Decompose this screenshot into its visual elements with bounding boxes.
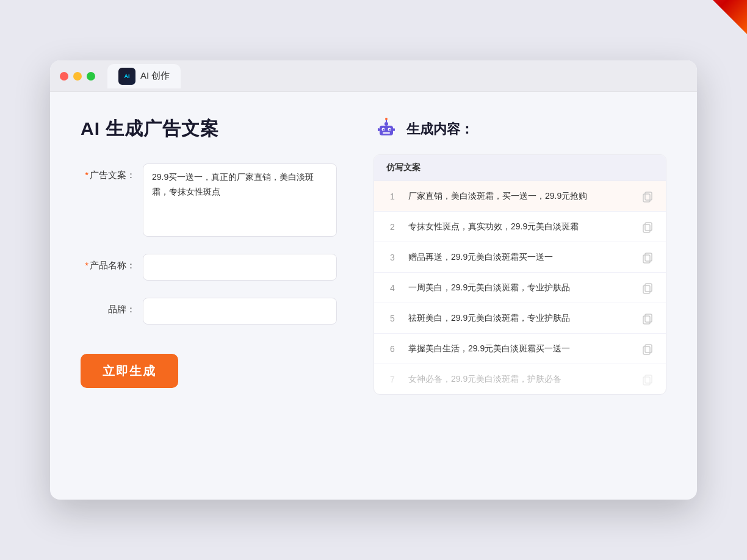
product-name-group: *产品名称： 美白淡斑霜 bbox=[81, 254, 337, 281]
generate-button[interactable]: 立即生成 bbox=[81, 354, 178, 388]
row-text: 专抹女性斑点，真实功效，29.9元美白淡斑霜 bbox=[408, 220, 632, 233]
result-title: 生成内容： bbox=[406, 120, 474, 138]
brand-input[interactable]: 好白 bbox=[143, 298, 337, 325]
table-row: 2 专抹女性斑点，真实功效，29.9元美白淡斑霜 bbox=[374, 212, 666, 242]
row-number: 6 bbox=[386, 344, 399, 354]
product-name-required: * bbox=[85, 260, 88, 270]
svg-rect-24 bbox=[645, 375, 652, 383]
row-text: 女神必备，29.9元美白淡斑霜，护肤必备 bbox=[408, 373, 632, 386]
row-number: 7 bbox=[386, 375, 399, 384]
row-text: 掌握美白生活，29.9元美白淡斑霜买一送一 bbox=[408, 342, 632, 355]
copy-icon[interactable] bbox=[641, 251, 654, 264]
right-panel: 生成内容： 仿写文案 1 厂家直销，美白淡斑霜，买一送一，29.9元抢购 2 专… bbox=[374, 117, 666, 395]
ad-copy-required: * bbox=[85, 170, 88, 180]
svg-rect-22 bbox=[645, 345, 652, 353]
row-text: 一周美白，29.9元美白淡斑霜，专业护肤品 bbox=[408, 281, 632, 294]
row-text: 厂家直销，美白淡斑霜，买一送一，29.9元抢购 bbox=[408, 190, 632, 203]
svg-point-0 bbox=[384, 122, 388, 126]
svg-rect-12 bbox=[645, 192, 652, 200]
svg-rect-19 bbox=[643, 316, 650, 324]
copy-icon[interactable] bbox=[641, 343, 654, 355]
svg-rect-18 bbox=[645, 284, 652, 292]
tab-title: AI 创作 bbox=[140, 70, 170, 82]
table-row: 4 一周美白，29.9元美白淡斑霜，专业护肤品 bbox=[374, 273, 666, 303]
result-table: 仿写文案 1 厂家直销，美白淡斑霜，买一送一，29.9元抢购 2 专抹女性斑点，… bbox=[374, 154, 666, 395]
copy-icon[interactable] bbox=[641, 221, 654, 233]
row-number: 5 bbox=[386, 314, 399, 323]
product-name-label: *产品名称： bbox=[81, 254, 135, 271]
row-number: 2 bbox=[386, 222, 399, 232]
svg-rect-16 bbox=[645, 253, 652, 261]
svg-rect-21 bbox=[643, 346, 650, 354]
table-row: 6 掌握美白生活，29.9元美白淡斑霜买一送一 bbox=[374, 334, 666, 364]
copy-icon[interactable] bbox=[641, 282, 654, 294]
brand-label: 品牌： bbox=[81, 298, 135, 315]
row-number: 1 bbox=[386, 192, 399, 201]
svg-rect-17 bbox=[643, 285, 650, 293]
table-row: 1 厂家直销，美白淡斑霜，买一送一，29.9元抢购 bbox=[374, 181, 666, 212]
svg-point-8 bbox=[385, 118, 388, 120]
svg-rect-20 bbox=[645, 314, 652, 322]
row-number: 3 bbox=[386, 253, 399, 262]
table-row: 7 女神必备，29.9元美白淡斑霜，护肤必备 bbox=[374, 364, 666, 394]
svg-rect-15 bbox=[643, 255, 650, 263]
svg-rect-14 bbox=[645, 223, 652, 231]
maximize-button[interactable] bbox=[87, 72, 95, 81]
svg-rect-11 bbox=[643, 194, 650, 202]
copy-icon[interactable] bbox=[641, 190, 654, 203]
browser-window: AI 创作 AI 生成广告文案 *广告文案： 29.9买一送一，真正的厂家直销，… bbox=[50, 60, 697, 500]
title-bar: AI 创作 bbox=[50, 60, 697, 92]
minimize-button[interactable] bbox=[73, 72, 82, 81]
close-button[interactable] bbox=[60, 72, 68, 81]
table-row: 5 祛斑美白，29.9元美白淡斑霜，专业护肤品 bbox=[374, 303, 666, 334]
svg-point-4 bbox=[383, 129, 384, 130]
svg-rect-13 bbox=[643, 224, 650, 232]
svg-rect-6 bbox=[383, 132, 390, 134]
row-number: 4 bbox=[386, 283, 399, 293]
ai-tab-icon bbox=[118, 68, 135, 85]
row-text: 赠品再送，29.9元美白淡斑霜买一送一 bbox=[408, 251, 632, 264]
svg-rect-9 bbox=[378, 128, 380, 131]
traffic-lights bbox=[60, 72, 95, 81]
row-text: 祛斑美白，29.9元美白淡斑霜，专业护肤品 bbox=[408, 312, 632, 325]
copy-icon[interactable] bbox=[641, 312, 654, 325]
ad-copy-label: *广告文案： bbox=[81, 163, 135, 181]
svg-point-5 bbox=[389, 129, 390, 130]
svg-rect-1 bbox=[380, 126, 393, 135]
brand-group: 品牌： 好白 bbox=[81, 298, 337, 325]
table-row: 3 赠品再送，29.9元美白淡斑霜买一送一 bbox=[374, 242, 666, 273]
table-header: 仿写文案 bbox=[374, 155, 666, 181]
ad-copy-group: *广告文案： 29.9买一送一，真正的厂家直销，美白淡斑霜，专抹女性斑点 bbox=[81, 163, 337, 237]
svg-rect-10 bbox=[393, 128, 395, 131]
ai-tab[interactable]: AI 创作 bbox=[107, 64, 181, 88]
left-panel: AI 生成广告文案 *广告文案： 29.9买一送一，真正的厂家直销，美白淡斑霜，… bbox=[81, 117, 337, 395]
main-content: AI 生成广告文案 *广告文案： 29.9买一送一，真正的厂家直销，美白淡斑霜，… bbox=[50, 92, 697, 419]
result-header: 生成内容： bbox=[374, 117, 666, 142]
ad-copy-input[interactable]: 29.9买一送一，真正的厂家直销，美白淡斑霜，专抹女性斑点 bbox=[143, 163, 337, 237]
product-name-input[interactable]: 美白淡斑霜 bbox=[143, 254, 337, 281]
svg-rect-23 bbox=[643, 377, 650, 385]
page-title: AI 生成广告文案 bbox=[81, 117, 337, 142]
robot-icon bbox=[374, 117, 399, 142]
copy-icon[interactable] bbox=[641, 373, 654, 386]
